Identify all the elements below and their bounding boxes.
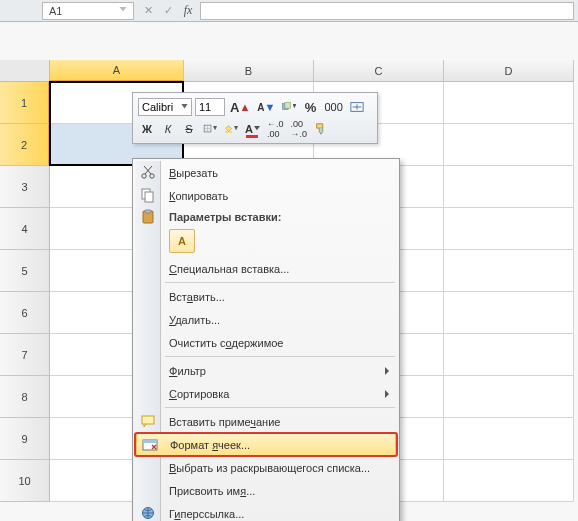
menu-label: Гиперссылка... — [169, 508, 244, 520]
menu-label: Специальная вставка... — [169, 263, 289, 275]
menu-paste-options-header: Параметры вставки: — [135, 207, 397, 227]
percent-format-button[interactable]: % — [301, 97, 319, 117]
row-header[interactable]: 4 — [0, 208, 50, 250]
svg-point-5 — [142, 174, 146, 178]
font-color-button[interactable]: A — [243, 119, 262, 139]
cell[interactable] — [444, 334, 574, 376]
row-header[interactable]: 9 — [0, 418, 50, 460]
column-header-a[interactable]: A — [50, 60, 184, 82]
format-painter-button[interactable] — [312, 119, 330, 139]
enter-icon: ✓ — [160, 3, 176, 19]
row-header[interactable]: 6 — [0, 292, 50, 334]
menu-label: Формат ячеек... — [170, 439, 250, 451]
menu-paste-special[interactable]: Специальная вставка... — [135, 257, 397, 280]
cell[interactable] — [444, 460, 574, 502]
svg-rect-8 — [145, 192, 153, 202]
menu-hyperlink[interactable]: Гиперссылка... — [135, 502, 397, 521]
cell[interactable] — [444, 166, 574, 208]
formula-bar-row: A1 ✕ ✓ fx — [0, 0, 578, 22]
svg-rect-11 — [142, 416, 154, 424]
menu-copy[interactable]: Копировать — [135, 184, 397, 207]
row-header[interactable]: 2 — [0, 124, 50, 166]
cell[interactable] — [444, 418, 574, 460]
row-header[interactable]: 1 — [0, 82, 50, 124]
name-box-dropdown-icon[interactable] — [119, 7, 127, 15]
menu-label: Сортировка — [169, 388, 229, 400]
font-size-combo[interactable]: 11 — [195, 98, 225, 116]
menu-pick-from-list[interactable]: Выбрать из раскрывающегося списка... — [135, 456, 397, 479]
menu-label: Фильтр — [169, 365, 206, 377]
comment-icon — [140, 413, 156, 429]
comma-format-button[interactable]: 000 — [322, 97, 344, 117]
menu-cut[interactable]: Вырезать — [135, 161, 397, 184]
borders-button[interactable] — [201, 119, 219, 139]
strike-button[interactable]: S — [180, 119, 198, 139]
cell[interactable] — [444, 292, 574, 334]
svg-rect-1 — [285, 103, 291, 109]
cell[interactable] — [444, 376, 574, 418]
menu-separator — [165, 356, 395, 357]
grow-font-button[interactable]: A▲ — [228, 97, 252, 117]
menu-insert-comment[interactable]: Вставить примечание — [135, 410, 397, 433]
cell[interactable] — [444, 124, 574, 166]
menu-insert[interactable]: Вставить... — [135, 285, 397, 308]
cell[interactable] — [444, 208, 574, 250]
menu-label: Присвоить имя... — [169, 485, 255, 497]
cell[interactable] — [444, 82, 574, 124]
menu-label: Вставить... — [169, 291, 225, 303]
svg-point-6 — [150, 174, 154, 178]
scissors-icon — [140, 164, 156, 180]
cell[interactable] — [444, 250, 574, 292]
name-box-value: A1 — [49, 5, 62, 17]
font-name-combo[interactable]: Calibri — [138, 98, 192, 116]
menu-clear-contents[interactable]: Очистить содержимое — [135, 331, 397, 354]
svg-rect-4 — [225, 132, 232, 133]
column-header-b[interactable]: B — [184, 60, 314, 82]
context-menu: Вырезать Копировать Параметры вставки: A… — [132, 158, 400, 521]
row-header[interactable]: 3 — [0, 166, 50, 208]
increase-decimal-button[interactable]: ←.0.00 — [265, 119, 286, 139]
column-headers: A B C D — [50, 60, 578, 82]
name-box[interactable]: A1 — [42, 2, 134, 20]
copy-icon — [140, 187, 156, 203]
menu-delete[interactable]: Удалить... — [135, 308, 397, 331]
menu-define-name[interactable]: Присвоить имя... — [135, 479, 397, 502]
paste-option-default[interactable]: A — [169, 229, 195, 253]
row-header[interactable]: 10 — [0, 460, 50, 502]
decrease-decimal-button[interactable]: .00→.0 — [288, 119, 309, 139]
dropdown-icon — [254, 126, 260, 132]
submenu-arrow-icon — [385, 367, 389, 375]
formula-input[interactable] — [200, 2, 574, 20]
menu-label: Копировать — [169, 190, 228, 202]
menu-separator — [165, 407, 395, 408]
menu-separator — [165, 282, 395, 283]
column-header-c[interactable]: C — [314, 60, 444, 82]
svg-rect-10 — [145, 210, 151, 213]
clipboard-icon — [140, 209, 156, 225]
merge-center-button[interactable] — [348, 97, 366, 117]
menu-filter[interactable]: Фильтр — [135, 359, 397, 382]
menu-label: Параметры вставки: — [169, 211, 281, 223]
italic-button[interactable]: К — [159, 119, 177, 139]
paste-options-row: A — [135, 227, 397, 257]
column-header-d[interactable]: D — [444, 60, 574, 82]
fill-color-button[interactable] — [222, 119, 240, 139]
row-header[interactable]: 5 — [0, 250, 50, 292]
row-header[interactable]: 7 — [0, 334, 50, 376]
cancel-icon: ✕ — [140, 3, 156, 19]
accounting-format-button[interactable] — [280, 97, 298, 117]
hyperlink-icon — [140, 505, 156, 521]
menu-label: Очистить содержимое — [169, 337, 283, 349]
svg-rect-13 — [143, 440, 157, 443]
menu-label: Удалить... — [169, 314, 220, 326]
fx-icon[interactable]: fx — [180, 3, 196, 19]
menu-format-cells[interactable]: Формат ячеек... — [136, 433, 396, 456]
row-header[interactable]: 8 — [0, 376, 50, 418]
shrink-font-button[interactable]: A▼ — [255, 97, 277, 117]
select-all-corner[interactable] — [0, 60, 50, 82]
menu-label: Вырезать — [169, 167, 218, 179]
bold-button[interactable]: Ж — [138, 119, 156, 139]
menu-label: Вставить примечание — [169, 416, 280, 428]
menu-sort[interactable]: Сортировка — [135, 382, 397, 405]
row-headers: 1 2 3 4 5 6 7 8 9 10 — [0, 82, 50, 502]
